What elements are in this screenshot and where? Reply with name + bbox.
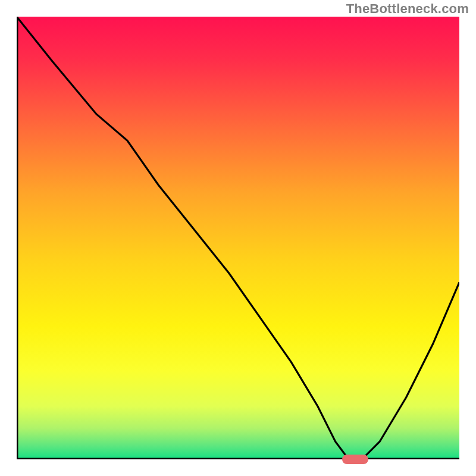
chart-container: TheBottleneck.com: [0, 0, 476, 476]
svg-rect-0: [17, 17, 459, 459]
plot-area: [17, 17, 459, 459]
watermark-text: TheBottleneck.com: [346, 1, 469, 17]
gradient-background: [17, 17, 459, 459]
